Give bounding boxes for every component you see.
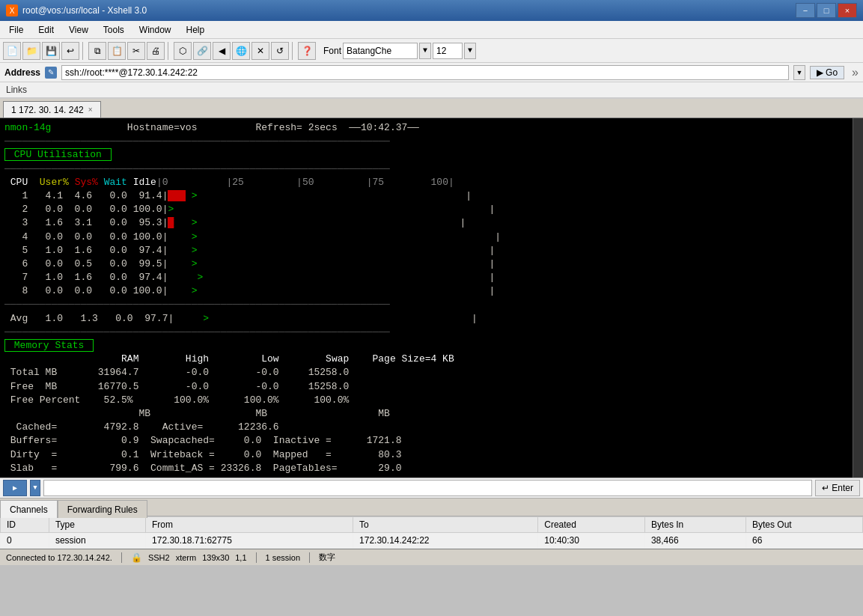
cpu-row-4: 4 0.0 0.0 0.0 100.0| > | [4,231,859,244]
mem-header-line: RAM High Low Swap Page Size=4 KB [4,353,859,366]
close-button[interactable]: × [838,3,857,18]
go-label: Go [826,67,838,78]
links-label: Links [6,85,27,95]
session-tab[interactable]: 1 172. 30. 14. 242 × [3,101,101,118]
address-label: Address [4,67,40,78]
col-to: To [353,517,538,533]
cpu-header-line: CPU User% Sys% Wait Idle|0 |25 |50 |75 1… [4,176,859,189]
reconnect-button[interactable]: ↺ [271,42,289,60]
col-bytes-out: Bytes Out [745,517,862,533]
connect-button[interactable]: 🔗 [193,42,211,60]
address-input[interactable] [61,65,789,80]
col-bytes-in: Bytes In [644,517,745,533]
col-id: ID [1,517,49,533]
maximize-button[interactable]: □ [817,3,836,18]
titlebar: X root@vos:/usr/local - Xshell 3.0 − □ × [0,0,863,21]
save-button[interactable]: 💾 [42,42,60,60]
menu-view[interactable]: View [63,23,94,37]
connected-text: Connected to 172.30.14.242. [6,553,112,562]
session-count-text: 1 session [266,553,300,562]
table-header-row: ID Type From To Created Bytes In Bytes O… [1,517,863,533]
command-input[interactable] [43,480,812,496]
minimize-button[interactable]: − [796,3,815,18]
print-button[interactable]: 🖨 [147,42,165,60]
session-dropdown-button[interactable]: ▼ [30,480,40,496]
enter-button[interactable]: ↵ Enter [815,480,860,496]
cpu-row-3: 3 1.6 3.1 0.0 95.3|▓ > | [4,216,859,230]
menu-edit[interactable]: Edit [32,23,60,37]
toolbar: 📄 📁 💾 ↩ ⧉ 📋 ✂ 🖨 ⬡ 🔗 ◀ 🌐 ✕ ↺ ❓ Font ▼ ▼ [0,39,863,63]
cpu-avg-line: Avg 1.0 1.3 0.0 97.7| > | [4,312,859,326]
statusbar: Connected to 172.30.14.242. 🔒 SSH2 xterm… [0,549,863,565]
font-size-input[interactable] [433,43,463,59]
menu-file[interactable]: File [3,23,29,37]
mem-labels-line: MB MB MB [4,407,859,421]
tab-forwarding[interactable]: Forwarding Rules [58,500,147,518]
tab-label: 1 172. 30. 14. 242 [11,105,84,115]
cpu-section-label: CPU Utilisation [4,148,859,162]
channel-table-body: 0session172.30.18.71:62775172.30.14.242:… [1,533,863,549]
table-cell: 66 [745,533,862,549]
paste-button[interactable]: 📋 [108,42,126,60]
terminal-sep4: ————————————————————————————————————————… [4,326,859,339]
table-cell: 172.30.14.242:22 [353,533,538,549]
col-from: From [146,517,353,533]
enter-icon: ↵ [822,483,829,493]
mem-total-line: Total MB 31964.7 -0.0 -0.0 15258.0 [4,366,859,379]
channel-tabs: Channels Forwarding Rules [0,498,863,516]
menu-help[interactable]: Help [180,23,211,37]
table-cell: 38,466 [644,533,745,549]
go-button[interactable]: ▶ Go [810,66,844,79]
cpu-row-6: 6 0.0 0.5 0.0 99.5| > | [4,257,859,271]
cut-button[interactable]: ✂ [127,42,145,60]
session-button[interactable]: ⬡ [174,42,192,60]
expand-icon[interactable]: » [852,66,859,79]
protocol-text: SSH2 [148,553,170,562]
disconnect-button[interactable]: ✕ [251,42,269,60]
font-input[interactable] [343,43,418,59]
cpu-row-8: 8 0.0 0.0 0.0 100.0| > | [4,284,859,298]
tabbar: 1 172. 30. 14. 242 × [0,99,863,118]
size-dropdown-button[interactable]: ▼ [464,43,476,59]
terminal-sep2: ————————————————————————————————————————… [4,162,859,176]
encoding-text: 数字 [319,552,335,563]
enter-label: Enter [832,483,853,493]
menu-window[interactable]: Window [133,23,177,37]
toolbar-sep1 [82,42,85,60]
terminal-scrollbar[interactable] [853,118,863,478]
cpu-row-7: 7 1.0 1.6 0.0 97.4| > | [4,271,859,284]
mem-pct-line: Free Percent 52.5% 100.0% 100.0% 100.0% [4,394,859,407]
session-icon: ▶ [13,484,17,493]
inputbar: ▶ ▼ ↵ Enter [0,478,863,498]
globe-button[interactable]: 🌐 [232,42,250,60]
arrow-left[interactable]: ◀ [213,42,231,60]
dropdown-icon: ▼ [33,484,37,492]
go-arrow-icon: ▶ [817,67,823,78]
col-type: Type [49,517,145,533]
address-dropdown-button[interactable]: ▼ [793,65,805,80]
refresh-button[interactable]: ↩ [61,42,79,60]
mem-free-line: Free MB 16770.5 -0.0 -0.0 15258.0 [4,380,859,394]
col-created: Created [538,517,645,533]
titlebar-left: X root@vos:/usr/local - Xshell 3.0 [6,4,147,16]
channel-table: ID Type From To Created Bytes In Bytes O… [0,516,863,549]
font-dropdown-button[interactable]: ▼ [419,43,431,59]
position-text: 1,1 [235,553,246,562]
terminal[interactable]: nmon-14g Hostname=vos Refresh= 2secs ——1… [0,118,863,478]
tab-channels[interactable]: Channels [0,500,58,518]
copy-button[interactable]: ⧉ [88,42,106,60]
tab-close-icon[interactable]: × [88,106,93,114]
tab-channels-label: Channels [10,504,48,515]
mem-section-label: Memory Stats [4,339,859,353]
help-button[interactable]: ❓ [298,42,316,60]
terminal-sep1: ————————————————————————————————————————… [4,135,859,148]
mem-slab-line: Slab = 799.6 Commit_AS = 23326.8 PageTab… [4,462,859,475]
toolbar-sep2 [168,42,171,60]
menu-tools[interactable]: Tools [97,23,130,37]
address-icon: ✎ [45,67,57,79]
table-cell: session [49,533,145,549]
session-icon-button[interactable]: ▶ [3,480,27,496]
toolbar-sep3 [292,42,295,60]
open-button[interactable]: 📁 [22,42,40,60]
new-button[interactable]: 📄 [3,42,21,60]
